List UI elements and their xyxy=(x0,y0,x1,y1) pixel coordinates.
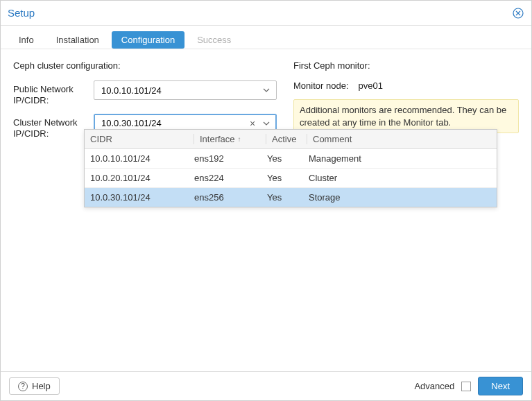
cell-comment: Cluster xyxy=(309,173,491,183)
dropdown-row[interactable]: 10.0.10.101/24 ens192 Yes Management xyxy=(85,149,497,169)
column-left: Ceph cluster configuration: Public Netwo… xyxy=(13,60,277,360)
chevron-down-icon xyxy=(263,121,270,126)
setup-dialog: Setup Info Installation Configuration Su… xyxy=(0,0,532,401)
col-header-cidr[interactable]: CIDR xyxy=(90,134,194,144)
public-network-trigger[interactable] xyxy=(259,88,273,92)
advanced-checkbox[interactable] xyxy=(461,382,471,391)
public-network-input[interactable] xyxy=(100,85,259,96)
sort-ascending-icon: ↑ xyxy=(238,135,241,143)
dropdown-header: CIDR Interface ↑ Active Comment xyxy=(85,130,497,149)
cell-cidr: 10.0.30.101/24 xyxy=(90,192,194,203)
cell-comment: Management xyxy=(309,153,491,164)
titlebar: Setup xyxy=(1,1,531,26)
dialog-body: Ceph cluster configuration: Public Netwo… xyxy=(1,49,531,371)
cell-active: Yes xyxy=(267,173,309,183)
cell-active: Yes xyxy=(267,192,309,203)
cell-interface: ens192 xyxy=(194,153,267,164)
cluster-network-input[interactable] xyxy=(100,117,246,129)
chevron-down-icon xyxy=(263,88,270,92)
monitor-node-value: pve01 xyxy=(359,80,383,91)
cluster-network-trigger[interactable] xyxy=(259,121,273,126)
tab-success: Success xyxy=(187,31,241,49)
clear-icon: × xyxy=(250,118,255,129)
tab-info[interactable]: Info xyxy=(9,31,44,49)
public-network-label: Public Network IP/CIDR: xyxy=(13,80,89,107)
monitor-info-banner: Additional monitors are recommended. The… xyxy=(293,99,519,133)
help-icon: ? xyxy=(18,382,28,391)
public-network-row: Public Network IP/CIDR: xyxy=(13,80,277,107)
next-button[interactable]: Next xyxy=(478,377,523,395)
col-header-active[interactable]: Active xyxy=(266,134,307,144)
cell-cidr: 10.0.20.101/24 xyxy=(90,173,194,183)
col-header-interface-label: Interface xyxy=(200,134,235,144)
public-network-combo[interactable] xyxy=(94,80,277,100)
cell-comment: Storage xyxy=(309,192,491,203)
col-header-interface[interactable]: Interface ↑ xyxy=(194,134,266,144)
monitor-node-row: Monitor node: pve01 xyxy=(293,80,519,91)
ceph-config-heading: Ceph cluster configuration: xyxy=(13,60,277,71)
col-header-comment[interactable]: Comment xyxy=(307,134,491,144)
cluster-network-label: Cluster Network IP/CIDR: xyxy=(13,114,89,140)
dialog-footer: ? Help Advanced Next xyxy=(1,371,531,400)
help-button[interactable]: ? Help xyxy=(9,377,60,395)
first-monitor-heading: First Ceph monitor: xyxy=(293,60,519,71)
column-right: First Ceph monitor: Monitor node: pve01 … xyxy=(293,60,519,360)
cell-interface: ens224 xyxy=(194,173,267,183)
advanced-label: Advanced xyxy=(414,381,454,391)
monitor-node-label: Monitor node: xyxy=(293,80,349,91)
dropdown-row[interactable]: 10.0.30.101/24 ens256 Yes Storage xyxy=(85,188,497,207)
dialog-title: Setup xyxy=(8,7,512,19)
cell-cidr: 10.0.10.101/24 xyxy=(90,153,194,164)
tab-configuration[interactable]: Configuration xyxy=(112,31,185,49)
wizard-tabs: Info Installation Configuration Success xyxy=(1,26,531,49)
dropdown-row[interactable]: 10.0.20.101/24 ens224 Yes Cluster xyxy=(85,169,497,188)
network-dropdown[interactable]: CIDR Interface ↑ Active Comment 10.0.10.… xyxy=(84,129,497,207)
cell-interface: ens256 xyxy=(194,192,267,203)
cluster-network-clear[interactable]: × xyxy=(246,118,259,129)
close-icon xyxy=(513,8,524,19)
tab-installation[interactable]: Installation xyxy=(46,31,109,49)
cell-active: Yes xyxy=(267,153,309,164)
help-button-label: Help xyxy=(32,381,51,391)
close-button[interactable] xyxy=(512,7,524,19)
